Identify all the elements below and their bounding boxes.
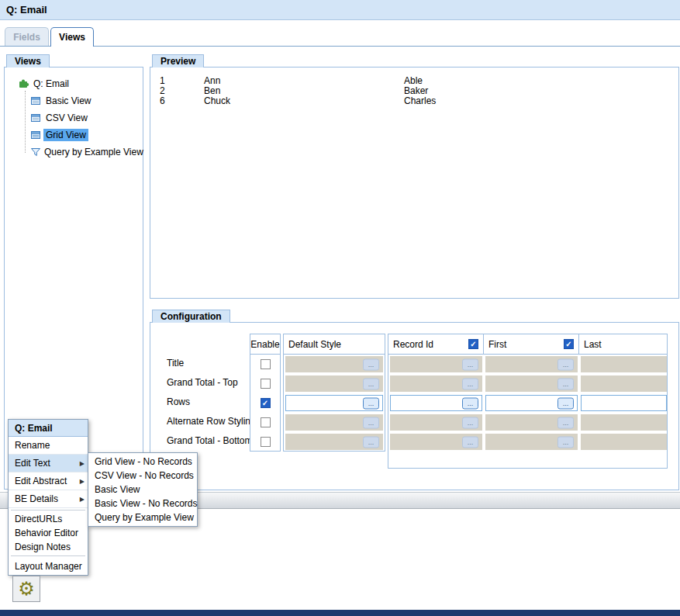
menu-item-label: Layout Manager [15, 561, 82, 572]
menu-item-design-notes[interactable]: Design Notes [9, 540, 88, 554]
default-style-cell-rows: ... [284, 393, 385, 413]
menu-item-directurls[interactable]: DirectURLs [9, 512, 88, 526]
enable-checkbox-grand-total-top[interactable] [261, 379, 271, 389]
style-picker-button[interactable]: ... [462, 397, 478, 409]
menu-separator [11, 555, 85, 556]
last-style-cell [579, 393, 668, 413]
bottom-status-bar [0, 610, 680, 616]
menu-item-label: Design Notes [15, 542, 71, 552]
preview-rows: 1 Ann Able 2 Ben Baker 6 Chuck Charles [150, 67, 678, 106]
default-style-cell-title: ... [284, 355, 385, 374]
settings-gear-button[interactable]: ⚙ [12, 576, 40, 602]
enable-checkbox-rows[interactable]: ✓ [261, 398, 271, 408]
checkmark-icon: ✓ [262, 399, 268, 407]
style-picker-button[interactable]: ... [557, 378, 574, 389]
record-id-style-cell: ... [388, 413, 484, 432]
config-row-label-title: Title [167, 354, 252, 373]
menu-item-label: BE Details [15, 493, 58, 504]
record-id-style-cell: ... [388, 355, 484, 374]
menu-item-edit-abstract[interactable]: Edit Abstract ▶ [9, 472, 88, 490]
menu-item-label: Rename [15, 440, 50, 451]
submenu-arrow-icon: ▶ [80, 496, 85, 503]
first-column-checkbox[interactable]: ✓ [564, 339, 574, 349]
style-picker-button[interactable]: ... [462, 378, 478, 389]
tab-underline [0, 46, 680, 47]
tree-item-query-by-example-view[interactable]: Query by Example View [5, 144, 143, 161]
tree-item-grid-view[interactable]: Grid View [5, 126, 143, 144]
tree-item-label: Query by Example View [42, 146, 146, 158]
gear-icon: ⚙ [18, 580, 35, 598]
field-style-row-title: ... ... [388, 355, 667, 374]
style-picker-button[interactable]: ... [557, 358, 574, 370]
style-picker-button[interactable]: ... [557, 397, 574, 409]
style-picker-button[interactable]: ... [462, 436, 478, 448]
enable-checkbox-grand-total-bottom[interactable] [261, 437, 271, 447]
style-picker-button[interactable]: ... [363, 417, 379, 428]
style-picker-button[interactable]: ... [363, 378, 379, 389]
style-picker-button[interactable]: ... [557, 417, 574, 428]
context-menu-header: Q: Email [9, 420, 88, 437]
record-id-column-checkbox[interactable]: ✓ [468, 339, 478, 349]
tree-item-label: Basic View [43, 95, 93, 107]
menu-item-edit-text[interactable]: Edit Text ▶ [9, 455, 88, 472]
tree-item-label-selected: Grid View [43, 129, 88, 141]
menu-item-be-details[interactable]: BE Details ▶ [9, 490, 88, 508]
preview-record-id: 6 [160, 96, 165, 106]
tab-views[interactable]: Views [50, 27, 94, 47]
first-header-label: First [488, 339, 506, 350]
field-style-row-rows: ... ... [388, 393, 667, 413]
app-window: Q: Email Fields Views Views Q: Email Bas… [0, 0, 680, 616]
menu-item-label: DirectURLs [15, 514, 62, 524]
tree-item-basic-view[interactable]: Basic View [5, 92, 143, 109]
first-style-cell: ... [484, 393, 579, 413]
column-header-first: First ✓ [484, 334, 579, 354]
column-header-record-id: Record Id ✓ [388, 334, 484, 354]
submenu-item-csv-view-no-records[interactable]: CSV View - No Records [88, 469, 197, 483]
config-row-label-rows: Rows [167, 393, 252, 412]
enable-checkbox-alternate-row-styling[interactable] [261, 417, 271, 427]
menu-item-label: Behavior Editor [15, 528, 78, 538]
enable-checkbox-title[interactable] [261, 359, 271, 369]
tree-item-q-email[interactable]: Q: Email [5, 75, 143, 92]
submenu-item-basic-view-no-records[interactable]: Basic View - No Records [88, 497, 197, 510]
field-columns-group: Record Id ✓ First ✓ Last ... ... ... ... [388, 334, 668, 469]
style-picker-button[interactable]: ... [557, 436, 574, 448]
views-tree: Q: Email Basic View CSV View Grid View [5, 67, 143, 161]
field-columns-header: Record Id ✓ First ✓ Last [388, 334, 667, 355]
view-icon [29, 95, 43, 107]
menu-item-label: Edit Abstract [15, 476, 67, 486]
field-style-row-alternate-row-styling: ... ... [388, 413, 667, 432]
default-style-cell-grand-total-top: ... [284, 374, 385, 393]
submenu-item-basic-view[interactable]: Basic View [88, 483, 197, 497]
style-picker-button[interactable]: ... [462, 358, 478, 370]
last-style-cell [579, 355, 668, 374]
menu-item-label: Edit Text [15, 458, 50, 469]
style-picker-button[interactable]: ... [462, 417, 478, 428]
submenu-item-query-by-example-view[interactable]: Query by Example View [88, 510, 197, 524]
puzzle-icon [17, 78, 31, 90]
style-picker-button[interactable]: ... [363, 397, 379, 409]
first-style-cell: ... [484, 374, 579, 393]
submenu-arrow-icon: ▶ [80, 478, 85, 485]
first-style-cell: ... [484, 355, 579, 374]
tree-item-csv-view[interactable]: CSV View [5, 109, 143, 126]
field-columns-blank-strip [388, 452, 667, 468]
filter-icon [29, 146, 42, 158]
context-menu: Q: Email Rename Edit Text ▶ Edit Abstrac… [8, 419, 88, 576]
menu-item-behavior-editor[interactable]: Behavior Editor [9, 526, 88, 540]
first-style-cell: ... [484, 413, 579, 432]
menu-item-rename[interactable]: Rename [9, 437, 88, 455]
config-row-label-grand-total-top: Grand Total - Top [167, 373, 252, 393]
preview-panel: Preview 1 Ann Able 2 Ben Baker 6 Chuck C… [150, 67, 679, 299]
window-title: Q: Email [0, 0, 680, 20]
style-picker-button[interactable]: ... [363, 436, 379, 448]
last-header-label: Last [584, 339, 602, 350]
submenu-item-grid-view-no-records[interactable]: Grid View - No Records [88, 455, 197, 469]
configuration-panel-title: Configuration [152, 310, 230, 323]
menu-item-layout-manager[interactable]: Layout Manager [9, 558, 88, 575]
preview-last-name: Charles [404, 96, 436, 106]
style-picker-button[interactable]: ... [363, 358, 379, 370]
configuration-panel: Configuration Title Grand Total - Top Ro… [150, 322, 679, 490]
tab-fields[interactable]: Fields [5, 27, 49, 47]
record-id-style-cell: ... [388, 432, 484, 452]
